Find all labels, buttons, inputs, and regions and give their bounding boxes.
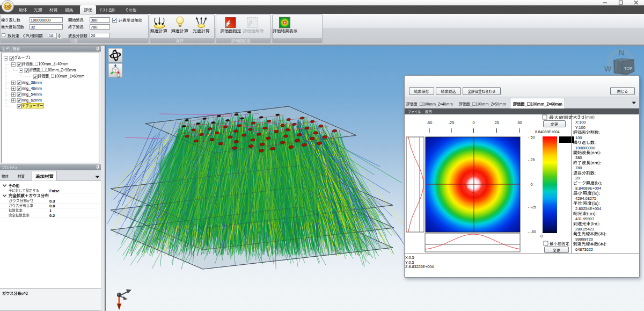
svg-text:TOP: TOP — [624, 66, 632, 71]
svg-text:W: W — [604, 64, 612, 73]
svg-text:CAD: CAD — [5, 5, 11, 8]
svg-text:N: N — [619, 48, 624, 57]
